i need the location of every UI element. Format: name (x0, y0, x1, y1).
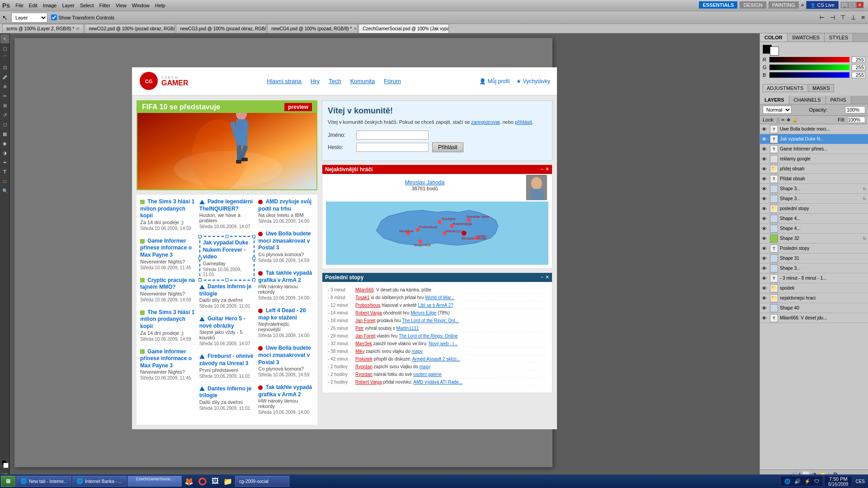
painting-button[interactable]: PAINTING (769, 1, 799, 9)
background-swatch[interactable] (770, 47, 779, 56)
menu-window[interactable]: Window (130, 2, 152, 9)
article-link[interactable]: Cryptic pracuje na tajném MMO? (140, 277, 195, 291)
menu-filter[interactable]: Filter (97, 2, 113, 9)
transform-controls-checkbox[interactable]: Show Transform Controls (51, 14, 114, 20)
layer-item-group[interactable]: 👁 📁 spodek (760, 283, 868, 293)
tab-layers[interactable]: LAYERS (760, 96, 789, 104)
layer-item-selected[interactable]: 👁 T Jak vypadal Duke N... (760, 134, 868, 144)
layer-item[interactable]: 👁 T - 3 minut - 8 minut - 1... (760, 273, 868, 283)
align-center[interactable]: ⊣ (829, 13, 836, 22)
tab-newcg2[interactable]: newCG2.psd @ 100% (pozad obraz, RGB/8) *… (85, 24, 175, 33)
pen-tool-icon[interactable]: ✒ (0, 158, 9, 167)
align-right[interactable]: ⊤ (840, 13, 846, 22)
align-top[interactable]: ⊥ (850, 13, 857, 22)
zoom-tool-icon[interactable]: 🔍 (0, 186, 9, 195)
tab-masks[interactable]: MASKS (808, 84, 834, 92)
b-value[interactable] (852, 72, 865, 78)
r-value[interactable] (852, 56, 865, 63)
distribute[interactable]: ≡ (860, 13, 866, 22)
article-link[interactable]: AMD zvyšuje svůj podíl na trhu (258, 198, 311, 212)
login-link[interactable]: přihlásit (515, 119, 532, 125)
layer-item[interactable]: 👁 T Uwe Bolla budete moci... (760, 124, 868, 134)
layer-item[interactable]: 👁 T Přidat obsah (760, 174, 868, 184)
article-link[interactable]: Uwe Bolla budete moci zmasakrovat v Post… (258, 230, 311, 251)
article-link[interactable]: Tak takhle vypadá grafika v ArmA 2 (258, 384, 312, 398)
article-link[interactable]: Game Informer přinese informace o Max Pa… (140, 238, 192, 258)
layer-item[interactable]: 👁 T Game Informer přines... (760, 144, 868, 154)
nav-forum[interactable]: Fórum (384, 78, 401, 84)
move-tool[interactable]: ↖ (2, 14, 8, 21)
b-slider[interactable] (769, 72, 849, 78)
selected-article-title[interactable]: Jak vypadal Duke Nukem Forever - video (203, 239, 249, 260)
nav-komunita[interactable]: Komunita (350, 78, 375, 84)
ps-icon-tray[interactable]: 🖼 (210, 477, 221, 485)
menu-layer[interactable]: Layer (60, 2, 77, 9)
menu-view[interactable]: View (113, 2, 129, 9)
history-tool-icon[interactable]: ↺ (0, 110, 9, 119)
tab-adjustments[interactable]: ADJUSTMENTS (763, 84, 807, 92)
layer-item[interactable]: 👁 T Poslední stopy (760, 244, 868, 253)
start-button[interactable]: ⊞ (1, 476, 15, 487)
article-link[interactable]: Padne legendární TheINQUIRER? (199, 198, 253, 212)
taskbar-item-banka[interactable]: 🌐 Internet Banka - ... (72, 476, 127, 487)
explorer-icon[interactable]: 📁 (222, 477, 234, 486)
menu-help[interactable]: Help (153, 2, 168, 9)
lock-transparent-icon[interactable]: ░ (776, 117, 779, 122)
article-link[interactable]: The Sims 3 hlásí 1 milion prodaných kopi… (140, 198, 194, 219)
layer-item[interactable]: 👁 Shape 31 (760, 253, 868, 263)
tab-scrns[interactable]: scrns @ 100% (Layer 2, RGB/8) * ✕ (2, 24, 84, 33)
tab-styles[interactable]: STYLES (825, 33, 853, 42)
maximize-button[interactable]: □ (849, 2, 856, 8)
nav-tech[interactable]: Tech (329, 78, 341, 84)
heslo-input[interactable] (356, 143, 429, 152)
article-link[interactable]: The Sims 3 hlásí 1 milion prodaných kopi… (140, 309, 194, 329)
minimize-button[interactable]: _ (841, 2, 848, 8)
layer-item[interactable]: 👁 Shape 40 (760, 303, 868, 313)
tab-newcg4[interactable]: newCG4.psd @ 100% (pozad, RGB/8) * ✕ (267, 24, 358, 33)
layer-item[interactable]: 👁 T Milan666: V deset jdu... (760, 313, 868, 323)
menu-select[interactable]: Select (78, 2, 96, 9)
article-link[interactable]: Tak takhle vypadá grafika v ArmA 2 (258, 270, 312, 283)
tray-icon-1[interactable]: 🌐 (784, 479, 791, 484)
lock-all-icon[interactable]: 🔒 (792, 117, 797, 122)
favorites-link[interactable]: ★ Vychytávky (516, 78, 550, 84)
layer-item-group[interactable]: 👁 📁 poslední stopy (760, 204, 868, 214)
article-link[interactable]: Fireburst - ohnivé závody na Unreal 3 (199, 353, 254, 366)
layer-item[interactable]: 👁 Shape 4... (760, 224, 868, 234)
tab-newcg3[interactable]: newCG3.psd @ 100% (pozad obraz, RGB/8) *… (176, 24, 266, 33)
lasso-tool-icon[interactable]: ⌒ (0, 53, 9, 62)
opacity-input[interactable] (845, 106, 865, 113)
article-link[interactable]: Left 4 Dead - 20 map ke stažení (258, 307, 306, 321)
cs-live-button[interactable]: 👤 CS Live (806, 1, 839, 9)
layer-item[interactable]: 👁 Shape 3... (760, 263, 868, 273)
article-link[interactable]: Uwe Bolla budete moci zmasakrovat v Post… (258, 345, 311, 365)
close-box-icon[interactable]: ✕ (545, 166, 549, 172)
menu-image[interactable]: Image (41, 2, 59, 9)
dodge-tool-icon[interactable]: ◑ (0, 148, 9, 157)
heal-tool-icon[interactable]: ⊕ (0, 82, 9, 91)
article-link[interactable]: Dantes Inferno je trilogie (199, 283, 252, 297)
menu-edit[interactable]: Edit (27, 2, 40, 9)
lock-image-icon[interactable]: ✏ (781, 117, 785, 122)
taskbar-item-ie[interactable]: 🌐 New tab - Interne... (16, 476, 71, 487)
crop-tool-icon[interactable]: ⊡ (0, 63, 9, 72)
brush-tool-icon[interactable]: ✏ (0, 91, 9, 100)
tray-icon-3[interactable]: ⚡ (804, 479, 811, 484)
my-profile-link[interactable]: 👤 Můj profil (479, 78, 509, 84)
blend-mode-select[interactable]: Normal (763, 106, 792, 114)
article-link[interactable]: Game Informer přinese informace o Max Pa… (140, 348, 192, 369)
layer-item[interactable]: 👁 Shape 3... fx (760, 194, 868, 204)
type-tool-icon[interactable]: T (0, 167, 9, 176)
design-button[interactable]: DESIGN (740, 1, 766, 9)
lock-position-icon[interactable]: ✥ (787, 117, 790, 122)
tab-color[interactable]: COLOR (760, 33, 788, 42)
selection-tool-icon[interactable]: ▢ (0, 44, 9, 53)
eyedropper-tool-icon[interactable]: 💉 (0, 72, 9, 81)
align-left[interactable]: ⊢ (819, 13, 826, 22)
tab-paths[interactable]: PATHS (826, 96, 851, 104)
opera-icon[interactable]: ⭕ (196, 477, 209, 486)
tab-czechgamer[interactable]: CzechGamerSocial.psd @ 100% (Jak vypadal… (359, 24, 449, 33)
close-button[interactable]: ✕ (856, 2, 863, 8)
register-link[interactable]: zaregistrovat (471, 119, 500, 125)
close-tracks-icon[interactable]: ✕ (545, 274, 549, 280)
